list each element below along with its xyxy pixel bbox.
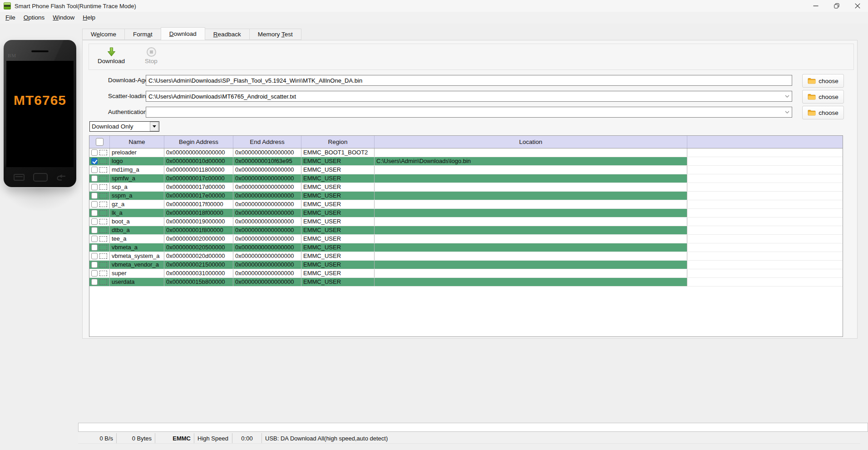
table-row[interactable]: md1img_a 0x0000000011800000 0x0000000000…	[89, 166, 843, 174]
restore-button[interactable]	[826, 0, 847, 12]
row-checkbox-cell[interactable]	[89, 269, 110, 277]
select-all-checkbox[interactable]	[96, 138, 104, 146]
row-checkbox-cell[interactable]	[89, 209, 110, 217]
focus-rect	[99, 150, 107, 155]
tab-readback[interactable]: Readback	[205, 29, 250, 40]
menu-help[interactable]: Help	[79, 12, 99, 24]
row-checkbox[interactable]	[91, 167, 98, 173]
row-checkbox-cell[interactable]	[89, 261, 110, 269]
row-checkbox-cell[interactable]	[89, 157, 110, 165]
row-checkbox[interactable]	[91, 218, 98, 225]
download-agent-input[interactable]	[146, 75, 792, 86]
tab-welcome[interactable]: Welcome	[82, 29, 125, 40]
location[interactable]	[375, 243, 687, 252]
row-checkbox-cell[interactable]	[89, 235, 110, 243]
table-row[interactable]: spmfw_a 0x0000000017c00000 0x00000000000…	[89, 174, 843, 183]
row-checkbox-cell[interactable]	[89, 226, 110, 234]
row-checkbox[interactable]	[91, 244, 98, 251]
location[interactable]	[375, 166, 687, 174]
table-row[interactable]: vbmeta_system_a 0x0000000020d00000 0x000…	[89, 252, 843, 261]
download-button[interactable]: Download	[92, 46, 131, 64]
row-checkbox[interactable]	[91, 149, 98, 156]
status-usb-speed: High Speed	[194, 433, 232, 443]
table-row[interactable]: lk_a 0x0000000018f00000 0x00000000000000…	[89, 209, 843, 218]
download-mode-select[interactable]: Download Only	[89, 121, 159, 132]
location[interactable]	[375, 261, 687, 269]
auth-file-choose-button[interactable]: choose	[802, 106, 844, 119]
end-address: 0x0000000000000000	[233, 174, 301, 183]
row-checkbox-cell[interactable]	[89, 200, 110, 208]
row-checkbox-cell[interactable]	[89, 218, 110, 226]
row-checkbox-cell[interactable]	[89, 243, 110, 252]
tab-format[interactable]: Format	[124, 29, 161, 40]
row-checkbox[interactable]	[91, 210, 98, 216]
row-checkbox[interactable]	[91, 227, 98, 233]
table-row[interactable]: preloader 0x0000000000000000 0x000000000…	[89, 148, 843, 157]
table-row[interactable]: super 0x0000000031000000 0x0000000000000…	[89, 269, 843, 278]
row-checkbox[interactable]	[91, 201, 98, 208]
choose-button-label: choose	[819, 94, 838, 100]
end-address: 0x0000000000000000	[233, 252, 301, 260]
location[interactable]	[375, 200, 687, 208]
location[interactable]	[375, 252, 687, 260]
location[interactable]	[375, 148, 687, 157]
location[interactable]	[375, 209, 687, 217]
scatter-file-input[interactable]	[146, 91, 792, 102]
auth-file-dropdown-button[interactable]	[784, 107, 790, 118]
location[interactable]	[375, 235, 687, 243]
location[interactable]	[375, 192, 687, 200]
partition-name: vbmeta_vendor_a	[110, 261, 164, 269]
tab-download[interactable]: Download	[161, 27, 205, 40]
row-checkbox-cell[interactable]	[89, 252, 110, 260]
begin-address: 0x0000000011800000	[164, 166, 233, 174]
partition-name: sspm_a	[110, 192, 164, 200]
row-checkbox-cell[interactable]	[89, 166, 110, 174]
table-row[interactable]: vbmeta_a 0x0000000020500000 0x0000000000…	[89, 243, 843, 252]
table-row[interactable]: logo 0x0000000010d00000 0x0000000010f63e…	[89, 157, 843, 166]
row-checkbox[interactable]	[91, 175, 98, 182]
table-row[interactable]: tee_a 0x0000000020000000 0x0000000000000…	[89, 235, 843, 243]
minimize-button[interactable]	[805, 0, 826, 12]
row-checkbox[interactable]	[91, 270, 98, 277]
row-checkbox[interactable]	[91, 184, 98, 190]
row-checkbox-cell[interactable]	[89, 183, 110, 191]
row-checkbox[interactable]	[91, 158, 98, 164]
location[interactable]	[375, 183, 687, 191]
scatter-file-dropdown-button[interactable]	[784, 91, 790, 102]
location[interactable]	[375, 226, 687, 234]
table-row[interactable]: scp_a 0x0000000017d00000 0x0000000000000…	[89, 183, 843, 192]
location[interactable]	[375, 218, 687, 226]
table-row[interactable]: vbmeta_vendor_a 0x0000000021500000 0x000…	[89, 261, 843, 269]
tab-memory-test[interactable]: Memory Test	[249, 29, 301, 40]
download-mode-dropdown-button[interactable]	[150, 122, 158, 131]
table-row[interactable]: dtbo_a 0x000000001f800000 0x000000000000…	[89, 226, 843, 235]
table-row[interactable]: userdata 0x000000015b800000 0x0000000000…	[89, 278, 843, 287]
menu-window[interactable]: Window	[49, 12, 79, 24]
menu-options[interactable]: Options	[20, 12, 49, 24]
location[interactable]	[375, 174, 687, 183]
row-checkbox[interactable]	[91, 262, 98, 268]
menu-file[interactable]: File	[1, 12, 20, 24]
stop-button[interactable]: Stop	[132, 46, 171, 64]
location[interactable]: C:\Users\Admin\Downloads\logo.bin	[375, 157, 687, 165]
row-checkbox-cell[interactable]	[89, 148, 110, 157]
row-checkbox[interactable]	[91, 193, 98, 199]
table-row[interactable]: boot_a 0x0000000019000000 0x000000000000…	[89, 218, 843, 226]
auth-file-input[interactable]	[146, 107, 792, 118]
row-checkbox-cell[interactable]	[89, 174, 110, 183]
row-checkbox-cell[interactable]	[89, 192, 110, 200]
partition-name: gz_a	[110, 200, 164, 208]
row-checkbox[interactable]	[91, 253, 98, 259]
end-address: 0x0000000000000000	[233, 243, 301, 252]
scatter-file-choose-button[interactable]: choose	[802, 90, 844, 104]
row-checkbox-cell[interactable]	[89, 278, 110, 286]
download-agent-choose-button[interactable]: choose	[802, 74, 844, 88]
location[interactable]	[375, 278, 687, 286]
row-checkbox[interactable]	[91, 236, 98, 242]
close-button[interactable]	[847, 0, 868, 12]
table-row[interactable]: gz_a 0x0000000017f00000 0x00000000000000…	[89, 200, 843, 209]
row-checkbox[interactable]	[91, 279, 98, 285]
table-row[interactable]: sspm_a 0x0000000017e00000 0x000000000000…	[89, 192, 843, 200]
location[interactable]	[375, 269, 687, 277]
focus-rect	[99, 271, 107, 276]
